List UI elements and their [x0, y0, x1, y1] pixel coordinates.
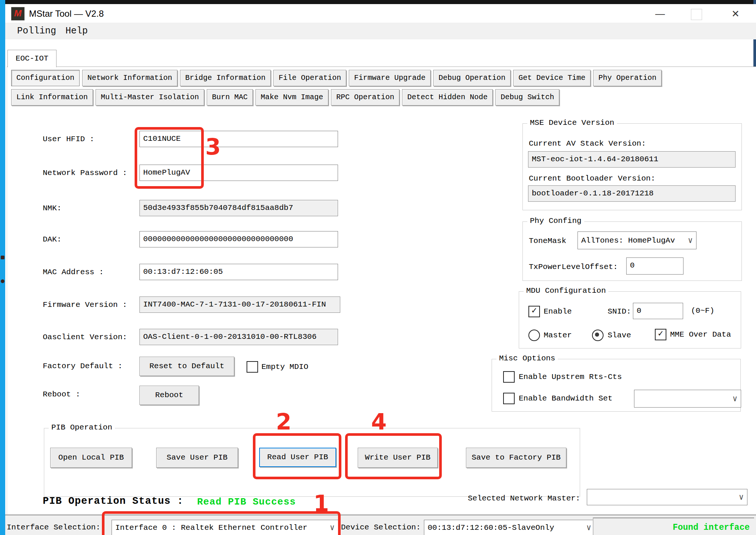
tab-multi-master-isolation[interactable]: Multi-Master Isolation: [96, 89, 204, 106]
mse-device-version-group-label: MSE Device Version: [527, 119, 617, 127]
tab-detect-hidden-node[interactable]: Detect Hidden Node: [402, 89, 493, 106]
phy-config-group: Phy Confing ToneMask AllTones: HomePlugA…: [522, 221, 742, 281]
dak-input[interactable]: 00000000000000000000000000000000: [139, 231, 338, 247]
tab-burn-mac[interactable]: Burn MAC: [207, 89, 253, 106]
snid-input[interactable]: 0: [633, 303, 683, 319]
edge-artifact: [1, 279, 4, 283]
slave-radio-label: Slave: [608, 331, 631, 340]
empty-mdio-checkbox[interactable]: [247, 361, 258, 373]
device-selection-value: 00:13:d7:12:60:05-SlaveOnly: [428, 523, 585, 532]
desktop-edge-strip: [0, 0, 5, 535]
menu-help[interactable]: Help: [65, 26, 88, 36]
tonemask-dropdown[interactable]: AllTones: HomePlugAv ∨: [578, 231, 697, 249]
save-user-pib-button[interactable]: Save User PIB: [156, 448, 238, 468]
tonemask-value: AllTones: HomePlugAv: [581, 236, 686, 245]
txpower-label: TxPowerLevelOffset:: [529, 263, 618, 271]
mdu-enable-label: Enable: [544, 307, 572, 316]
title-bar: [5, 4, 756, 23]
tab-make-nvm-image[interactable]: Make Nvm Image: [255, 89, 328, 106]
app-window: M MStar Tool — V2.8 — ✕ Polling Help EOC…: [0, 0, 756, 535]
mac-address-input[interactable]: 00:13:d7:12:60:05: [139, 264, 338, 280]
tab-bridge-information[interactable]: Bridge Information: [180, 70, 271, 86]
dak-label: DAK:: [43, 235, 61, 244]
reboot-label: Reboot :: [43, 390, 80, 399]
chevron-down-icon: ∨: [688, 236, 693, 246]
tab-configuration[interactable]: Configuration: [11, 70, 80, 86]
phy-config-group-label: Phy Confing: [527, 217, 584, 225]
oasclient-version-label: Oasclient Version:: [43, 333, 127, 341]
av-stack-version-field: MST-eoc-iot-1.4.64-20180611: [528, 151, 736, 168]
tab-get-device-time[interactable]: Get Device Time: [513, 70, 591, 86]
oasclient-version-field: OAS-Client-0-1-00-20131010-00-RTL8306: [139, 329, 338, 345]
chevron-down-icon: ∨: [733, 394, 737, 404]
selected-network-master-label: Selected Network Master:: [468, 494, 580, 503]
firmware-version-field: INT7400-MAC-7-1-7131-00-17-20180611-FIN: [139, 296, 340, 313]
factory-default-label: Factory Default :: [43, 362, 122, 370]
minimize-button[interactable]: —: [652, 8, 669, 19]
menu-polling[interactable]: Polling: [17, 26, 56, 36]
annotation-box-2: [253, 433, 341, 479]
annotation-box-1: [102, 511, 341, 535]
upstream-rts-cts-label: Enable Upstrem Rts-Cts: [519, 373, 622, 381]
device-selection-label: Device Selection:: [341, 523, 421, 532]
bandwidth-dropdown[interactable]: ∨: [634, 390, 741, 408]
tab-debug-operation[interactable]: Debug Operation: [433, 70, 511, 86]
tab-link-information[interactable]: Link Information: [11, 89, 93, 106]
nmk-field: 50d3e4933f855b7040784df815aa8db7: [139, 200, 338, 216]
av-stack-version-label: Current AV Stack Version:: [529, 139, 646, 148]
menu-bar: Polling Help: [5, 23, 756, 39]
firmware-version-label: Firmware Version :: [43, 301, 127, 309]
mme-over-data-checkbox[interactable]: ✓: [655, 329, 666, 340]
mac-address-label: MAC Address :: [43, 268, 104, 276]
mse-device-version-group: MSE Device Version Current AV Stack Vers…: [522, 123, 742, 210]
open-local-pib-button[interactable]: Open Local PIB: [50, 448, 132, 468]
interface-selection-label: Interface Selection:: [7, 523, 100, 532]
bandwidth-set-checkbox[interactable]: [503, 393, 515, 404]
window-title: MStar Tool — V2.8: [29, 9, 104, 19]
selected-network-master-dropdown[interactable]: ∨: [587, 489, 747, 505]
pib-status-value: Read PIB Success: [197, 496, 296, 508]
reset-to-default-button[interactable]: Reset to Default: [139, 357, 234, 376]
interface-status-panel: Found interface: [593, 518, 754, 535]
save-to-factory-pib-button[interactable]: Save to Factory PIB: [466, 448, 566, 468]
found-interface-status: Found interface: [673, 523, 750, 532]
tab-debug-switch[interactable]: Debug Switch: [495, 89, 559, 106]
txpower-input[interactable]: 0: [626, 257, 683, 275]
app-icon: M: [11, 7, 25, 20]
tab-firmware-upgrade[interactable]: Firmware Upgrade: [349, 70, 431, 86]
chevron-down-icon: ∨: [739, 492, 744, 502]
bootloader-version-label: Current Bootloader Version:: [529, 174, 655, 183]
tab-eoc-iot[interactable]: EOC-IOT: [7, 50, 57, 67]
pib-status-label: PIB Operation Status :: [43, 496, 183, 507]
device-selection-dropdown[interactable]: 00:13:d7:12:60:05-SlaveOnly ∨: [424, 520, 595, 535]
maximize-button[interactable]: [691, 9, 702, 20]
snid-label: SNID:: [608, 307, 631, 316]
tab-row-2: Link Information Multi-Master Isolation …: [11, 89, 559, 106]
annotation-number-2: 2: [276, 409, 292, 435]
chevron-down-icon: ∨: [586, 523, 591, 533]
snid-range-label: (0~F): [691, 307, 714, 315]
tab-file-operation[interactable]: File Operation: [273, 70, 346, 86]
slave-radio[interactable]: [592, 330, 604, 341]
pib-operation-group-label: PIB Operation: [49, 423, 115, 432]
tab-row-1: Configuration Network Information Bridge…: [11, 70, 662, 86]
misc-options-group-label: Misc Options: [496, 354, 558, 363]
annotation-number-3: 3: [205, 134, 221, 160]
nmk-label: NMK:: [43, 204, 61, 213]
bandwidth-set-label: Enable Bandwidth Set: [519, 394, 612, 403]
tab-rpc-operation[interactable]: RPC Operation: [331, 89, 399, 106]
bootloader-version-field: bootloader-0.1.18-20171218: [528, 185, 736, 202]
master-radio[interactable]: [528, 330, 540, 341]
reboot-button[interactable]: Reboot: [139, 386, 199, 405]
tab-phy-operation[interactable]: Phy Operation: [593, 70, 662, 86]
mme-over-data-label: MME Over Data: [670, 330, 731, 339]
tab-network-information[interactable]: Network Information: [82, 70, 177, 86]
mdu-enable-checkbox[interactable]: ✓: [528, 306, 540, 317]
master-radio-label: Master: [544, 331, 572, 340]
close-button[interactable]: ✕: [727, 8, 744, 19]
background-window-strip: [0, 0, 756, 4]
mdu-configuration-group: MDU Configuration ✓ Enable SNID: 0 (0~F)…: [519, 291, 741, 348]
edge-artifact: [1, 256, 4, 259]
upstream-rts-cts-checkbox[interactable]: [503, 371, 515, 383]
annotation-box-3: [135, 127, 204, 189]
